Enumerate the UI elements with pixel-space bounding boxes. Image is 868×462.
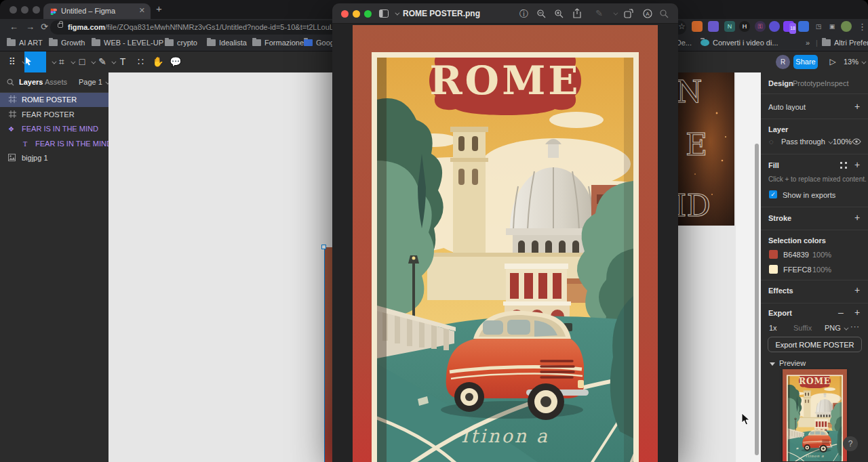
- extension-key-icon[interactable]: ⚿: [755, 21, 766, 32]
- search-icon[interactable]: [7, 79, 14, 86]
- export-scale-select[interactable]: 1x: [769, 324, 777, 332]
- layer-row-fear-poster[interactable]: FEAR POSTER: [0, 108, 108, 122]
- visibility-eye-icon[interactable]: [852, 138, 861, 145]
- export-button[interactable]: Export ROME POSTER: [768, 337, 862, 352]
- color-hex[interactable]: B64839: [783, 251, 809, 259]
- info-icon[interactable]: ⓘ: [519, 8, 528, 20]
- text-tool-button[interactable]: T: [117, 51, 129, 72]
- selection-color-row[interactable]: FFEFC8 100%: [761, 264, 868, 275]
- extension-orange-icon[interactable]: [692, 21, 703, 32]
- annotate-icon[interactable]: A: [643, 9, 652, 18]
- pen-tool-chevron-icon[interactable]: [111, 60, 116, 64]
- effects-add-icon[interactable]: +: [854, 285, 860, 295]
- export-format-select[interactable]: PNG: [825, 324, 847, 332]
- layer-row-bigjpg[interactable]: bigjpg 1: [0, 151, 108, 165]
- sidebar-chevron-icon[interactable]: [395, 11, 399, 16]
- hand-tool-button[interactable]: ✋: [152, 51, 164, 72]
- close-icon[interactable]: [341, 10, 349, 18]
- extension-violet-icon[interactable]: [769, 21, 780, 32]
- layer-row-rome-poster[interactable]: ROME POSTER: [0, 93, 108, 107]
- color-swatch[interactable]: [769, 250, 778, 259]
- other-favorites-folder[interactable]: Altri Preferiti: [822, 39, 868, 47]
- main-menu-icon[interactable]: ⠿: [5, 51, 19, 72]
- auto-layout-add-icon[interactable]: +: [854, 101, 860, 112]
- maximize-icon[interactable]: [364, 10, 372, 18]
- minimize-icon[interactable]: [353, 10, 360, 18]
- user-avatar[interactable]: R: [776, 55, 790, 69]
- color-opacity[interactable]: 100%: [812, 251, 831, 259]
- tab-assets[interactable]: Assets: [45, 78, 67, 86]
- reload-icon[interactable]: ⟳: [41, 22, 48, 32]
- bookmark-folder[interactable]: WEB - LEVEL-UP: [92, 39, 163, 47]
- profile-avatar[interactable]: [841, 21, 852, 32]
- color-swatch[interactable]: [769, 265, 778, 274]
- bookmark-star-icon[interactable]: ☆: [678, 22, 686, 31]
- export-suffix-field[interactable]: Suffix: [793, 324, 812, 332]
- resources-tool-button[interactable]: ∷: [134, 51, 146, 72]
- page-selector[interactable]: Page 1: [79, 78, 108, 86]
- blend-mode-icon[interactable]: ◌: [769, 138, 774, 146]
- export-remove-icon[interactable]: –: [838, 307, 844, 318]
- bookmark-folder[interactable]: Growth: [49, 39, 85, 47]
- bookmark-folder[interactable]: crypto: [165, 39, 197, 47]
- present-play-icon[interactable]: ▷: [827, 51, 838, 72]
- tab-inspect[interactable]: Inspect: [825, 79, 848, 87]
- share-icon[interactable]: [573, 8, 581, 18]
- preview-section-toggle[interactable]: Preview: [770, 359, 806, 367]
- zoom-out-icon[interactable]: [537, 9, 546, 18]
- zoom-level-menu[interactable]: 13%: [844, 51, 865, 72]
- tab-prototype[interactable]: Prototype: [793, 79, 825, 87]
- bookmark-converter[interactable]: Converti i video di...: [701, 39, 778, 47]
- layer-opacity-field[interactable]: 100%: [833, 138, 852, 146]
- extension-purple-icon[interactable]: [708, 21, 719, 32]
- zoom-in-icon[interactable]: [555, 9, 564, 18]
- layer-row-fear-text[interactable]: T FEAR IS IN THE MIND: [0, 137, 108, 151]
- bookmark-folder[interactable]: Idealista: [207, 39, 247, 47]
- color-hex[interactable]: FFEFC8: [783, 266, 812, 274]
- puzzle-icon[interactable]: ◳: [813, 21, 824, 32]
- tab-layers[interactable]: Layers: [19, 78, 43, 86]
- extension-blue-icon[interactable]: [798, 21, 809, 32]
- shape-tool-button[interactable]: □: [76, 51, 88, 72]
- export-more-icon[interactable]: ···: [850, 322, 860, 331]
- selection-color-row[interactable]: B64839 100%: [761, 249, 868, 260]
- checkbox-checked-icon[interactable]: ✓: [769, 190, 777, 198]
- move-tool-button[interactable]: [24, 51, 46, 72]
- help-button[interactable]: ?: [843, 436, 858, 451]
- color-opacity[interactable]: 100%: [812, 266, 831, 274]
- frame-tool-chevron-icon[interactable]: [71, 60, 75, 64]
- pen-tool-button[interactable]: ✎: [96, 51, 108, 72]
- extension-h-icon[interactable]: H: [739, 21, 750, 32]
- sidebar-toggle-icon[interactable]: [379, 9, 389, 18]
- preview-app-window[interactable]: ROME POSTER.png ⓘ ✎ A: [332, 3, 678, 462]
- styles-grid-icon[interactable]: [840, 162, 847, 169]
- bookmarks-overflow-icon[interactable]: »: [806, 39, 810, 47]
- tab-design[interactable]: Design: [768, 79, 793, 87]
- blend-mode-select[interactable]: Pass through: [781, 138, 831, 146]
- layer-row-fear-component[interactable]: ❖ FEAR IS IN THE MIND: [0, 122, 108, 136]
- forward-icon[interactable]: →: [26, 22, 35, 32]
- fear-poster-frame[interactable]: N E ID: [675, 72, 734, 226]
- comment-tool-button[interactable]: 💬: [170, 51, 182, 72]
- bookmark-folder[interactable]: Formazione: [252, 39, 304, 47]
- back-icon[interactable]: ←: [9, 22, 18, 32]
- shape-tool-chevron-icon[interactable]: [91, 60, 96, 64]
- search-icon[interactable]: [660, 9, 669, 18]
- bookmark-folder[interactable]: AI ART: [7, 39, 43, 47]
- share-button[interactable]: Share: [793, 55, 818, 69]
- window-minimize-icon[interactable]: [21, 6, 28, 14]
- tab-close-icon[interactable]: ✕: [139, 6, 145, 15]
- frame-tool-button[interactable]: ⌗: [56, 51, 68, 72]
- browser-tab[interactable]: Untitled – Figma ✕: [43, 3, 151, 19]
- stroke-add-icon[interactable]: +: [854, 212, 860, 223]
- canvas-scrollbar[interactable]: [755, 144, 759, 455]
- window-zoom-icon[interactable]: [33, 6, 40, 14]
- window-close-icon[interactable]: [9, 6, 17, 14]
- side-panel-icon[interactable]: ▣: [827, 21, 837, 32]
- rotate-icon[interactable]: [624, 9, 633, 18]
- markup-chevron-icon[interactable]: [613, 11, 618, 16]
- extension-n-icon[interactable]: N: [724, 21, 735, 32]
- preview-title-bar[interactable]: ROME POSTER.png ⓘ ✎ A: [332, 3, 678, 24]
- markup-pen-icon[interactable]: ✎: [595, 8, 603, 18]
- new-tab-button[interactable]: +: [156, 3, 162, 14]
